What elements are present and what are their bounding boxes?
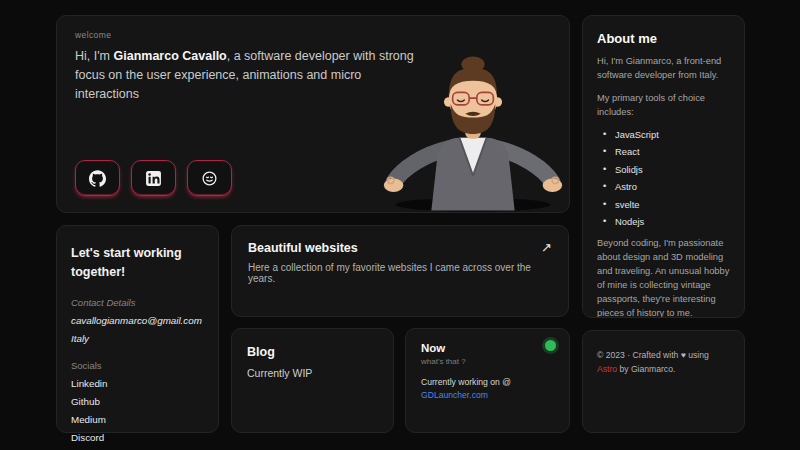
tool-item: Solidjs (603, 164, 730, 175)
welcome-eyebrow: welcome (75, 30, 551, 40)
blog-card[interactable]: Blog Currently WIP (231, 328, 394, 433)
linkedin-button[interactable] (131, 160, 176, 196)
about-intro: Hi, I'm Gianmarco, a front-end software … (597, 55, 730, 83)
beautiful-websites-card[interactable]: Beautiful websites ↗ Here a collection o… (231, 225, 569, 317)
discord-button[interactable] (187, 160, 232, 196)
online-status-dot (545, 340, 556, 351)
now-card: Now what's that ? Currently working on @… (405, 328, 570, 433)
footer-middle: using (686, 350, 709, 360)
social-link-discord[interactable]: Discord (71, 432, 204, 443)
footer-suffix: by Gianmarco. (617, 364, 675, 374)
now-title: Now (421, 342, 554, 354)
blog-status: Currently WIP (247, 367, 378, 379)
footer-credit: © 2023 · Crafted with ♥ using Astro by G… (597, 348, 730, 376)
now-working-on: Currently working on @ (421, 377, 554, 387)
hero-intro: Hi, I'm Gianmarco Cavallo, a software de… (75, 47, 420, 103)
discord-face-icon (201, 170, 218, 187)
now-hint: what's that ? (421, 357, 554, 366)
email-link[interactable]: cavallogianmarco@gmail.com (71, 315, 204, 326)
tool-item: JavaScript (603, 129, 730, 140)
external-arrow-icon[interactable]: ↗ (541, 241, 552, 254)
websites-header: Beautiful websites ↗ (248, 241, 552, 255)
hero-name: Gianmarco Cavallo (114, 49, 227, 63)
avatar (381, 54, 565, 212)
social-link-medium[interactable]: Medium (71, 414, 204, 425)
about-card: About me Hi, I'm Gianmarco, a front-end … (582, 15, 745, 318)
about-paragraph-hobbies: Beyond coding, I'm passionate about desi… (597, 237, 730, 318)
tool-item: React (603, 146, 730, 157)
hero-card: welcome Hi, I'm Gianmarco Cavallo, a sof… (56, 15, 570, 213)
contact-details-label: Contact Details (71, 297, 204, 308)
tool-item: Nodejs (603, 216, 730, 227)
blog-title: Blog (247, 345, 378, 359)
social-link-github[interactable]: Github (71, 396, 204, 407)
linkedin-icon (145, 170, 162, 187)
hero-intro-prefix: Hi, I'm (75, 49, 114, 63)
portfolio-page: welcome Hi, I'm Gianmarco Cavallo, a sof… (0, 0, 800, 450)
about-title: About me (597, 31, 730, 46)
hero-social-buttons (75, 160, 232, 196)
contact-title: Let's start working together! (71, 244, 204, 282)
location-text: Italy (71, 333, 204, 344)
social-link-linkedin[interactable]: Linkedin (71, 378, 204, 389)
socials-label: Socials (71, 360, 204, 371)
tools-list: JavaScript React Solidjs Astro svelte No… (603, 129, 730, 228)
gdlauncher-link[interactable]: GDLauncher.com (421, 390, 554, 400)
github-button[interactable] (75, 160, 120, 196)
contact-card: Let's start working together! Contact De… (56, 225, 219, 433)
websites-title: Beautiful websites (248, 241, 358, 255)
footer-card: © 2023 · Crafted with ♥ using Astro by G… (582, 330, 745, 433)
github-icon (89, 170, 106, 187)
websites-description: Here a collection of my favorite website… (248, 262, 552, 284)
tool-item: Astro (603, 181, 730, 192)
about-tools-lead: My primary tools of choice includes: (597, 92, 730, 120)
tool-item: svelte (603, 199, 730, 210)
footer-prefix: © 2023 · Crafted with (597, 350, 681, 360)
astro-link[interactable]: Astro (597, 364, 617, 374)
